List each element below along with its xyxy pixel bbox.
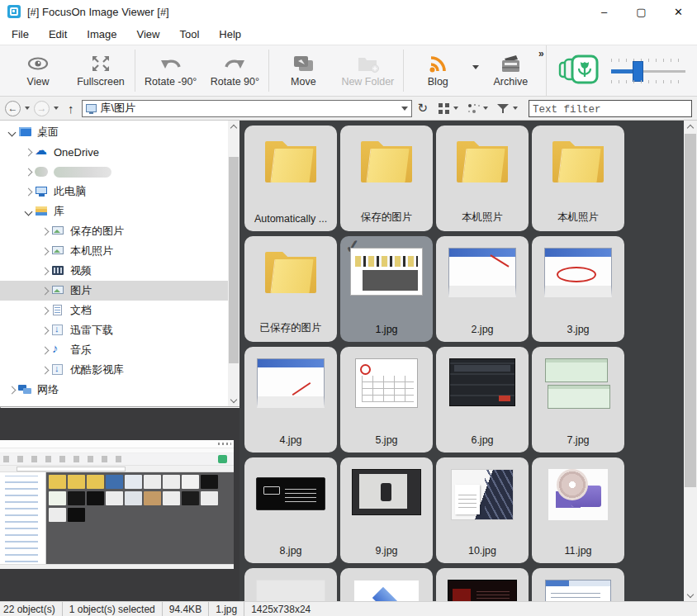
slider-ticks	[611, 80, 685, 83]
tree-item[interactable]: 保存的图片	[0, 221, 228, 241]
scroll-down-icon[interactable]	[684, 590, 697, 601]
grid-item[interactable]: ✓ 3.jpg	[532, 236, 624, 342]
tree-expander-icon[interactable]	[21, 169, 35, 175]
filter-icon[interactable]	[497, 103, 509, 114]
tree-item[interactable]: 库	[0, 201, 228, 221]
slider-thumb[interactable]	[633, 61, 643, 82]
back-history-dropdown-icon[interactable]	[25, 107, 30, 110]
grid-item[interactable]: ✓ Automatically ...	[244, 126, 337, 231]
tree-expander-icon[interactable]	[21, 149, 35, 155]
tree-scroll-thumb[interactable]	[229, 157, 239, 363]
tree-expander-icon[interactable]	[5, 130, 18, 135]
scroll-down-icon[interactable]	[228, 395, 239, 406]
eye-icon	[26, 54, 50, 73]
tree-expander-icon[interactable]	[38, 268, 51, 274]
grid-item[interactable]: ✓ 1.jpg	[340, 236, 433, 342]
tree-item[interactable]: 图片	[0, 281, 228, 301]
main-scroll-thumb[interactable]	[685, 134, 696, 487]
scroll-up-icon[interactable]	[684, 121, 697, 132]
move-button[interactable]: Move	[272, 45, 334, 96]
archive-button[interactable]: Archive	[479, 45, 542, 96]
menu-image[interactable]: Image	[87, 28, 116, 40]
tree-item[interactable]: 音乐	[0, 340, 228, 360]
thumbnail-size-icon[interactable]	[558, 54, 600, 88]
menu-view[interactable]: View	[137, 28, 160, 40]
tree-item[interactable]: 文档	[0, 301, 228, 320]
tree-item[interactable]	[0, 162, 228, 182]
main-toolbar: View Fullscreen Rotate -90° Rotate 90° M…	[0, 45, 697, 97]
back-button[interactable]: ←	[5, 101, 21, 116]
minimize-button[interactable]: –	[586, 0, 623, 23]
path-dropdown-icon[interactable]	[401, 107, 408, 111]
tree-expander-icon[interactable]	[38, 367, 51, 373]
tree-expander-icon[interactable]	[38, 348, 51, 353]
grid-item[interactable]: ✓ 4.jpg	[244, 347, 337, 453]
view-mode-icon[interactable]	[439, 103, 449, 114]
up-button[interactable]: ↑	[68, 102, 74, 116]
tree-expander-icon[interactable]	[38, 308, 51, 314]
forward-button[interactable]: →	[34, 101, 50, 116]
thumbnail-size-slider[interactable]	[611, 57, 685, 85]
tree-item[interactable]: 此电脑	[0, 182, 228, 201]
sort-icon[interactable]	[467, 103, 479, 114]
tree-expander-icon[interactable]	[5, 387, 18, 393]
tree-item[interactable]: 优酷影视库	[0, 360, 228, 380]
path-box[interactable]: 库\图片	[82, 100, 412, 117]
tree-item[interactable]: 迅雷下载	[0, 320, 228, 340]
grid-item[interactable]: ✓	[436, 568, 529, 601]
grid-item[interactable]: ✓ 10.jpg	[436, 457, 529, 563]
tree-item[interactable]: 网络	[0, 380, 228, 400]
close-button[interactable]: ✕	[660, 0, 697, 23]
view-button[interactable]: View	[7, 45, 69, 96]
grid-item[interactable]: ✓ 5.jpg	[340, 347, 433, 453]
grid-item[interactable]: ✓ 11.jpg	[532, 457, 624, 563]
tree-scrollbar[interactable]	[228, 121, 239, 406]
tree-item-label: 保存的图片	[70, 224, 124, 239]
tree-item[interactable]: 视频	[0, 261, 228, 281]
refresh-button[interactable]: ↻	[418, 101, 429, 116]
grid-item[interactable]: ✓ 6.jpg	[436, 347, 529, 453]
scroll-up-icon[interactable]	[228, 121, 239, 132]
grid-item[interactable]: ✓	[532, 568, 624, 601]
sort-dropdown-icon[interactable]	[483, 107, 488, 110]
grid-item[interactable]: ✓	[340, 568, 433, 601]
view-mode-dropdown-icon[interactable]	[453, 107, 458, 110]
grid-item[interactable]: ✓ 已保存的图片	[244, 236, 337, 342]
rotate-cw-button[interactable]: Rotate 90°	[203, 45, 266, 96]
menu-bar: File Edit Image View Tool Help	[0, 23, 697, 45]
tree-expander-icon[interactable]	[21, 209, 35, 215]
grid-item[interactable]: ✓ 本机照片	[436, 126, 529, 231]
grid-item[interactable]: ✓ 本机照片	[532, 126, 624, 231]
rotate-ccw-button[interactable]: Rotate -90°	[138, 45, 203, 96]
fullscreen-button[interactable]: Fullscreen	[69, 45, 132, 96]
grid-item[interactable]: ✓ 9.jpg	[340, 457, 433, 563]
maximize-button[interactable]: ▢	[623, 0, 660, 23]
main-scrollbar[interactable]	[684, 121, 697, 601]
tree-expander-icon[interactable]	[38, 229, 51, 235]
folder-thumbnail	[359, 139, 414, 187]
tree-expander-icon[interactable]	[38, 288, 51, 294]
text-filter-input[interactable]	[529, 102, 691, 117]
new-folder-button[interactable]: New Folder	[334, 45, 401, 96]
grid-item[interactable]: ✓ 2.jpg	[436, 236, 529, 342]
tree-expander-icon[interactable]	[38, 328, 51, 334]
grid-item[interactable]: ✓ 保存的图片	[340, 126, 433, 231]
tree-item[interactable]: 桌面	[0, 122, 228, 142]
grid-item[interactable]: ✓	[244, 568, 337, 601]
menu-file[interactable]: File	[12, 28, 29, 40]
tree-item-label	[54, 167, 111, 178]
tree-expander-icon[interactable]	[38, 249, 51, 254]
blog-dropdown-icon[interactable]	[472, 65, 479, 69]
grid-item[interactable]: ✓ 7.jpg	[532, 347, 624, 453]
menu-help[interactable]: Help	[219, 28, 241, 40]
grid-item[interactable]: ✓ 8.jpg	[244, 457, 337, 563]
tree-item[interactable]: OneDrive	[0, 142, 228, 162]
menu-edit[interactable]: Edit	[49, 28, 67, 40]
tree-item[interactable]: 本机照片	[0, 241, 228, 261]
forward-history-dropdown-icon[interactable]	[54, 107, 59, 110]
tree-expander-icon[interactable]	[21, 189, 35, 195]
toolbar-overflow-button[interactable]: »	[538, 48, 543, 59]
blog-button[interactable]: Blog	[406, 45, 479, 96]
menu-tool[interactable]: Tool	[179, 28, 199, 40]
filter-dropdown-icon[interactable]	[513, 107, 518, 110]
